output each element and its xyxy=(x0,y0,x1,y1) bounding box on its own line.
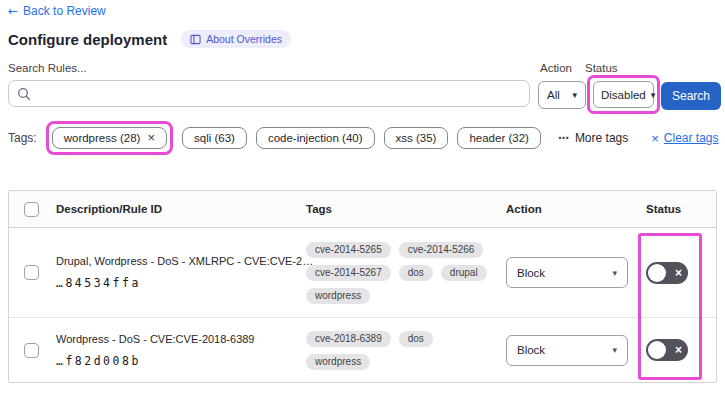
more-tags-label: More tags xyxy=(575,131,628,145)
tags-bar-label: Tags: xyxy=(8,131,37,145)
chevron-down-icon: ▾ xyxy=(612,345,617,355)
tag-pill-xss[interactable]: xss (35) xyxy=(384,127,449,149)
rule-tags: cve-2014-5265 cve-2014-5266 cve-2014-526… xyxy=(306,242,498,304)
action-dropdown[interactable]: Block ▾ xyxy=(506,335,628,366)
tag-badge: dos xyxy=(399,331,433,347)
tag-pill-wordpress[interactable]: wordpress (28) × xyxy=(52,127,167,149)
back-to-review-link[interactable]: ← Back to Review xyxy=(8,4,106,18)
status-filter-dropdown[interactable]: Disabled ▾ xyxy=(593,81,654,108)
chevron-down-icon: ▾ xyxy=(651,90,656,100)
row-checkbox[interactable] xyxy=(24,265,39,280)
row-checkbox[interactable] xyxy=(24,343,39,358)
column-header-status: Status xyxy=(646,203,716,215)
action-dropdown[interactable]: Block ▾ xyxy=(506,257,628,288)
tag-pill-code-injection[interactable]: code-injection (40) xyxy=(256,127,375,149)
title-row: Configure deployment About Overrides xyxy=(8,30,291,48)
select-all-checkbox[interactable] xyxy=(24,202,39,217)
tag-pill-label: wordpress (28) xyxy=(64,132,141,144)
about-overrides-icon xyxy=(190,34,201,45)
action-filter-label: Action xyxy=(540,62,572,74)
action-dropdown-value: Block xyxy=(517,267,545,279)
table-row: Wordpress - DoS - CVE:CVE-2018-6389 …f82… xyxy=(9,318,716,382)
tag-badge: dos xyxy=(399,265,433,281)
rule-id: …f82d008b xyxy=(56,354,306,368)
back-link-label: Back to Review xyxy=(23,4,106,18)
clear-tags-label: Clear tags xyxy=(664,131,719,145)
action-filter-value: All xyxy=(547,89,560,101)
rule-description: Drupal, Wordpress - DoS - XMLRPC - CVE:C… xyxy=(56,255,306,267)
search-input-wrap xyxy=(8,80,530,107)
rule-tags: cve-2018-6389 dos wordpress xyxy=(306,331,498,370)
rules-table: Description/Rule ID Tags Action Status D… xyxy=(8,190,717,383)
tag-badge: wordpress xyxy=(306,354,370,370)
clear-tags-button[interactable]: × Clear tags xyxy=(651,131,718,146)
about-overrides-label: About Overrides xyxy=(206,33,282,45)
search-rules-label: Search Rules... xyxy=(8,62,87,74)
tag-badge: cve-2014-5267 xyxy=(306,265,391,281)
action-dropdown-value: Block xyxy=(517,344,545,356)
status-dropdown-highlight: Disabled ▾ xyxy=(587,75,660,114)
toggle-knob xyxy=(648,264,666,282)
close-icon: × xyxy=(651,131,659,146)
status-filter-label: Status xyxy=(585,62,618,74)
tag-badge: cve-2014-5266 xyxy=(399,242,484,258)
action-filter-dropdown[interactable]: All ▾ xyxy=(538,81,586,109)
configure-deployment-page: ← Back to Review Configure deployment Ab… xyxy=(0,0,725,406)
column-header-action: Action xyxy=(506,203,646,215)
column-header-tags: Tags xyxy=(306,203,506,215)
status-toggle-off[interactable]: × xyxy=(646,339,688,361)
tag-badge: cve-2014-5265 xyxy=(306,242,391,258)
rule-description: Wordpress - DoS - CVE:CVE-2018-6389 xyxy=(56,333,306,345)
status-filter-value: Disabled xyxy=(601,89,646,101)
tag-badge: cve-2018-6389 xyxy=(306,331,391,347)
rule-id: …84534ffa xyxy=(56,276,306,290)
tag-pill-sqli[interactable]: sqli (63) xyxy=(182,127,247,149)
active-tag-highlight: wordpress (28) × xyxy=(46,121,173,155)
status-toggle-off[interactable]: × xyxy=(646,262,688,284)
table-row: Drupal, Wordpress - DoS - XMLRPC - CVE:C… xyxy=(9,228,716,318)
column-header-description: Description/Rule ID xyxy=(48,203,306,215)
toggle-knob xyxy=(648,341,666,359)
ellipsis-icon: ··· xyxy=(558,130,569,146)
tags-bar: Tags: wordpress (28) × sqli (63) code-in… xyxy=(8,121,719,155)
more-tags-button[interactable]: ··· More tags xyxy=(558,130,628,146)
back-arrow-icon: ← xyxy=(8,4,18,18)
toggle-x-icon: × xyxy=(675,344,682,356)
search-rules-input[interactable] xyxy=(37,81,529,106)
tag-badge: wordpress xyxy=(306,288,370,304)
table-header-row: Description/Rule ID Tags Action Status xyxy=(9,191,716,228)
toggle-x-icon: × xyxy=(675,267,682,279)
tag-pill-header[interactable]: header (32) xyxy=(457,127,540,149)
about-overrides-badge[interactable]: About Overrides xyxy=(181,30,291,48)
page-title: Configure deployment xyxy=(8,31,167,48)
search-button[interactable]: Search xyxy=(661,82,721,110)
search-icon xyxy=(17,87,31,101)
tag-badge: drupal xyxy=(441,265,487,281)
remove-tag-icon[interactable]: × xyxy=(147,133,155,143)
chevron-down-icon: ▾ xyxy=(612,268,617,278)
chevron-down-icon: ▾ xyxy=(572,90,577,100)
